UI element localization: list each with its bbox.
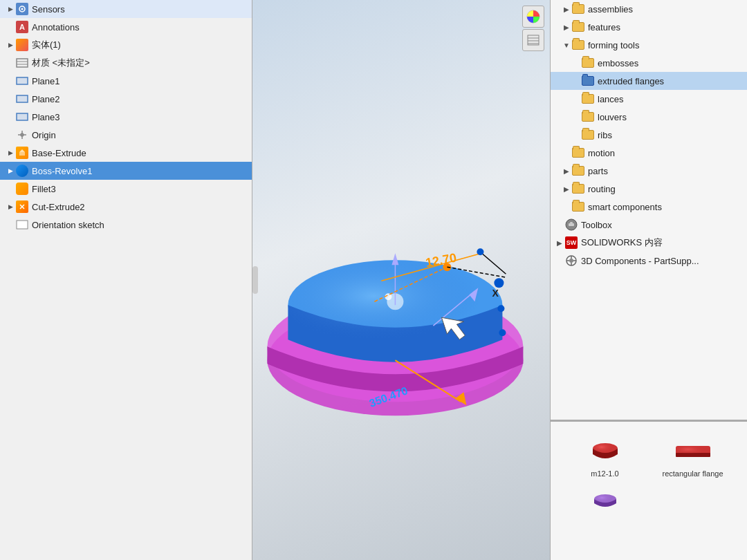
3d-viewport[interactable]: 12.70 350.470 X [252,0,550,560]
svg-rect-5 [17,77,28,84]
expand-arrow-sensors[interactable]: ▶ [6,4,15,14]
sidebar-item-boss-revolve1[interactable]: ▶ Boss-Revolve1 [0,162,252,180]
sidebar-item-plane3[interactable]: ▶ Plane3 [0,108,252,126]
rectangular-flange-label: rectangular flange [662,469,723,478]
library-item-smart-components[interactable]: ▶ smart components [551,198,747,216]
library-item-ribs[interactable]: ▶ ribs [551,126,747,144]
preview-thumb-rectangular-flange [672,436,714,467]
view-list-button[interactable] [522,29,544,51]
library-item-louvers[interactable]: ▶ louvers [551,108,747,126]
expand-arrow-forming-tools[interactable]: ▼ [562,40,571,50]
base-extrude-icon [15,146,29,160]
lances-folder-icon [581,93,595,105]
svg-line-25 [481,253,506,274]
svg-rect-48 [570,222,573,223]
sidebar-item-fillet3[interactable]: ▶ Fillet3 [0,180,252,198]
library-item-assemblies[interactable]: ▶ assemblies [551,0,747,18]
library-item-extruded-flanges[interactable]: ▶ extruded flanges [551,72,747,90]
sidebar-item-solid[interactable]: ▶ 实体(1) [0,36,252,54]
preview-item-m12[interactable]: m12-1.0 [564,436,645,478]
preview-item-rectangular-flange[interactable]: rectangular flange [652,436,733,478]
annotations-label: Annotations [32,22,80,32]
expand-arrow-solidworks-content[interactable]: ▶ [555,238,564,248]
library-item-motion[interactable]: ▶ motion [551,144,747,162]
material-icon [15,56,29,70]
assemblies-label: assemblies [588,4,633,15]
features-folder-icon [571,21,585,33]
plane1-icon [15,74,29,88]
toolbox-label: Toolbox [581,220,612,230]
plane2-icon [15,92,29,106]
motion-folder-icon [571,147,585,159]
library-item-solidworks-content[interactable]: ▶ SW SOLIDWORKS 内容 [551,234,747,252]
svg-marker-12 [19,149,25,152]
library-item-lances[interactable]: ▶ lances [551,90,747,108]
plane3-label: Plane3 [32,112,59,122]
expand-arrow-solid[interactable]: ▶ [6,40,15,50]
ribs-label: ribs [598,130,612,140]
preview-item-small-disk[interactable] [564,485,645,519]
svg-rect-11 [19,152,25,156]
features-label: features [588,22,620,32]
3d-components-label: 3D Components - PartSupp... [581,256,699,266]
parts-label: parts [588,166,608,176]
svg-marker-23 [391,253,398,265]
sidebar-item-origin[interactable]: ▶ Origin [0,126,252,144]
sidebar-item-base-extrude[interactable]: ▶ Base-Extrude [0,144,252,162]
svg-rect-15 [17,221,28,229]
svg-rect-2 [17,59,28,67]
boss-revolve1-icon [15,164,29,178]
routing-folder-icon [571,183,585,195]
smart-components-label: smart components [588,202,662,212]
sidebar-item-material[interactable]: ▶ 材质 <未指定> [0,54,252,72]
library-tree: ▶ assemblies ▶ features ▼ forming tools … [551,0,747,422]
solid-label: 实体(1) [32,39,61,51]
plane3-icon [15,110,29,124]
lances-label: lances [598,94,624,104]
routing-label: routing [588,184,616,194]
svg-rect-47 [569,223,574,226]
cut-extrude2-icon [15,200,29,214]
preview-pane: m12-1.0 [551,422,747,560]
extruded-flanges-folder-icon [581,75,595,87]
design-library-panel: ▶ assemblies ▶ features ▼ forming tools … [550,0,747,560]
solidworks-icon: SW [564,236,578,249]
fillet3-label: Fillet3 [32,184,56,194]
solidworks-content-label: SOLIDWORKS 内容 [581,236,663,249]
sidebar-item-annotations[interactable]: ▶ A Annotations [0,18,252,36]
sensors-label: Sensors [32,4,65,15]
3d-components-icon [564,254,578,267]
sidebar-item-plane2[interactable]: ▶ Plane2 [0,90,252,108]
sidebar-item-cut-extrude2[interactable]: ▶ Cut-Extrude2 [0,198,252,216]
drag-handle[interactable] [252,266,258,294]
plane2-label: Plane2 [32,94,59,104]
sidebar-item-orientation-sketch[interactable]: ▶ Orientation sketch [0,216,252,234]
origin-icon [15,128,29,142]
sidebar-item-plane1[interactable]: ▶ Plane1 [0,72,252,90]
library-item-toolbox[interactable]: ▶ Toolbox [551,216,747,234]
expand-arrow-cut-extrude2[interactable]: ▶ [6,202,15,212]
parts-folder-icon [571,165,585,177]
svg-text:X: X [492,288,499,299]
library-item-features[interactable]: ▶ features [551,18,747,36]
orientation-sketch-icon [15,218,29,232]
sidebar-item-sensors[interactable]: ▶ Sensors [0,0,252,18]
louvers-folder-icon [581,111,595,123]
library-item-routing[interactable]: ▶ routing [551,180,747,198]
library-item-forming-tools[interactable]: ▼ forming tools [551,36,747,54]
embosses-label: embosses [598,58,638,68]
library-item-embosses[interactable]: ▶ embosses [551,54,747,72]
color-picker-button[interactable] [522,6,544,28]
library-item-parts[interactable]: ▶ parts [551,162,747,180]
svg-point-61 [594,494,616,504]
expand-arrow-assemblies[interactable]: ▶ [562,4,571,14]
expand-arrow-base-extrude[interactable]: ▶ [6,148,15,158]
svg-rect-7 [17,113,28,120]
svg-rect-59 [676,446,710,456]
expand-arrow-features[interactable]: ▶ [562,22,571,32]
library-item-3d-components[interactable]: ▶ 3D Components - PartSupp... [551,252,747,270]
toolbox-icon [564,218,578,231]
expand-arrow-parts[interactable]: ▶ [562,166,571,176]
expand-arrow-routing[interactable]: ▶ [562,184,571,194]
expand-arrow-boss-revolve1[interactable]: ▶ [6,166,15,176]
